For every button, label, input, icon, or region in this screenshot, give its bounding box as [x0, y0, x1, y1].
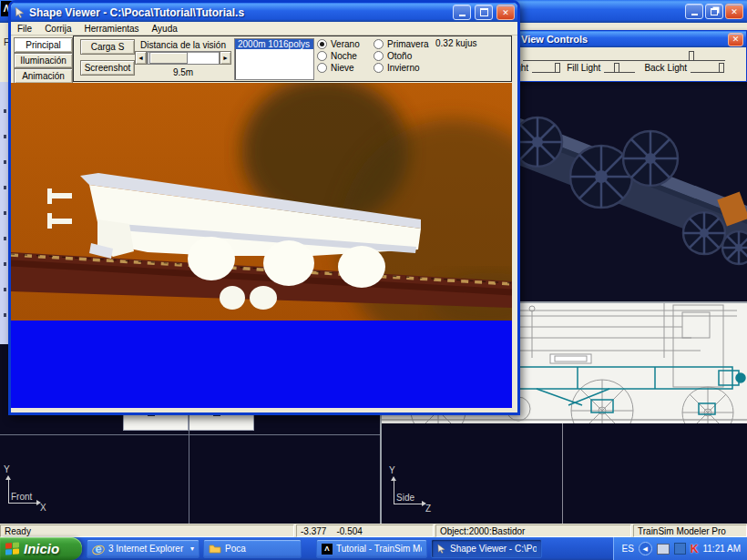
status-bar: Ready -3.377 -0.504 Object:2000:Bastidor… — [0, 524, 747, 537]
minimize-icon — [691, 14, 698, 15]
menu-ayuda[interactable]: Ayuda — [146, 24, 184, 34]
front-crosshair-horizontal — [0, 434, 380, 435]
blueprint-tick-marks — [4, 87, 6, 339]
trainsim-icon: Λ — [322, 544, 333, 555]
menu-corrija[interactable]: Corrija — [38, 24, 77, 34]
kaspersky-icon[interactable]: K — [691, 543, 699, 555]
view-angle-slider[interactable] — [523, 52, 725, 61]
front-axis-x-label: X — [40, 503, 46, 513]
radio-label: Noche — [331, 51, 357, 61]
radio-selected-icon — [317, 39, 327, 49]
view-distance-slider[interactable]: ◄ ► — [135, 52, 231, 64]
tray-display-icon[interactable] — [657, 544, 670, 555]
key-light-slider[interactable] — [532, 64, 558, 73]
tray-network-icon[interactable] — [674, 543, 686, 555]
radio-icon — [317, 63, 327, 73]
shape-viewer-icon — [436, 544, 446, 554]
system-tray: ES ◀ K 11:21 AM — [613, 537, 747, 560]
internet-explorer-icon: e — [92, 543, 105, 555]
radio-icon — [374, 39, 384, 49]
radio-nieve[interactable]: Nieve — [317, 62, 374, 74]
tab-iluminacion[interactable]: Iluminación — [14, 53, 73, 68]
close-icon: ✕ — [731, 7, 738, 16]
shape-viewer-menubar: File Corrija Herramientas Ayuda — [11, 22, 517, 36]
view-controls-close-button[interactable]: ✕ — [728, 33, 743, 46]
clock[interactable]: 11:21 AM — [702, 544, 741, 554]
slider-track[interactable] — [147, 51, 220, 65]
fill-light-label: Fill Light — [567, 63, 600, 73]
screenshot-button[interactable]: Screenshot — [80, 60, 135, 76]
back-light-slider[interactable] — [691, 64, 721, 73]
side-axis-z-label: Z — [425, 504, 431, 514]
taskbar-button-label: Tutorial - TrainSim Mo... — [336, 544, 422, 554]
distance-label: Distancia de la visión — [133, 40, 233, 50]
taskbar-button-label: Poca — [225, 544, 296, 554]
radio-icon — [317, 51, 327, 61]
window-title: Shape Viewer - C:\Poca\Tutorial\Tutorial… — [29, 6, 449, 19]
shape-viewer-toolbar: Principal Iluminación Animación Carga S … — [11, 36, 517, 83]
lod-list-item[interactable]: 2000m 1016polys — [235, 39, 313, 49]
front-axis-indicator: Y Front X — [2, 464, 49, 521]
menu-herramientas[interactable]: Herramientas — [78, 24, 146, 34]
sv-close-button[interactable]: ✕ — [496, 5, 515, 20]
menu-file[interactable]: File — [11, 24, 38, 34]
desktop: Λ ✕ F — [0, 0, 747, 560]
bg-close-button[interactable]: ✕ — [725, 4, 743, 19]
close-icon: ✕ — [502, 8, 509, 17]
distance-value: 9.5m — [135, 67, 231, 77]
taskbar-button-shape-viewer[interactable]: Shape Viewer - C:\Po... — [431, 539, 542, 558]
radio-label: Invierno — [387, 63, 420, 73]
restore-icon — [711, 8, 718, 15]
radio-verano[interactable]: Verano — [317, 38, 374, 50]
radio-invierno[interactable]: Invierno — [374, 62, 445, 74]
hide-icons-chevron-icon[interactable]: ◀ — [639, 542, 652, 555]
shape-viewer-app-icon — [14, 6, 26, 18]
slider-left-arrow[interactable]: ◄ — [135, 51, 147, 65]
taskbar-button-label: 3 Internet Explorer — [108, 544, 187, 554]
sv-maximize-button[interactable] — [475, 5, 493, 20]
shape-viewer-titlebar[interactable]: Shape Viewer - C:\Poca\Tutorial\Tutorial… — [11, 3, 517, 22]
radio-icon — [374, 63, 384, 73]
minimize-icon — [459, 15, 466, 16]
slider-thumb[interactable] — [149, 52, 188, 64]
taskbar-button-internet-explorer[interactable]: e 3 Internet Explorer ▾ — [87, 539, 200, 558]
view-controls-title: View Controls — [521, 34, 728, 45]
group-dropdown-icon[interactable]: ▾ — [190, 545, 194, 553]
status-coordinates: -3.377 -0.504 — [296, 524, 434, 537]
fill-light-slider[interactable] — [604, 64, 635, 73]
taskbar-button-label: Shape Viewer - C:\Po... — [450, 544, 537, 554]
taskbar-button-tutorial-trainsim[interactable]: Λ Tutorial - TrainSim Mo... — [316, 539, 427, 558]
taskbar-button-poca[interactable]: Poca — [203, 539, 302, 558]
sv-minimize-button[interactable] — [453, 5, 471, 20]
status-selected-object: Object:2000:Bastidor — [435, 524, 631, 537]
language-indicator[interactable]: ES — [621, 544, 633, 554]
bg-minimize-button[interactable] — [685, 4, 703, 19]
carga-s-button[interactable]: Carga S — [80, 39, 135, 55]
status-app-name: TrainSim Modeler Pro — [633, 524, 747, 537]
side-view-label: Side — [396, 493, 414, 503]
lod-listbox[interactable]: 2000m 1016polys — [234, 38, 314, 80]
maximize-icon — [480, 8, 488, 16]
view-controls-dialog: View Controls ✕ n ight Fill Light Back L… — [510, 30, 747, 82]
radio-primavera[interactable]: Primavera — [374, 38, 445, 50]
radio-otono[interactable]: Otoño — [374, 50, 445, 62]
tab-principal[interactable]: Principal — [14, 37, 73, 53]
start-button-label: Inicio — [24, 541, 59, 556]
bg-restore-button[interactable] — [705, 4, 723, 19]
status-ready: Ready — [0, 524, 294, 537]
view-controls-titlebar[interactable]: View Controls ✕ — [511, 31, 746, 47]
side-crosshair-vertical — [562, 423, 563, 524]
shape-viewer-render[interactable] — [11, 83, 512, 408]
season-radio-group: Verano Primavera Noche Otoño Nieve Invie… — [317, 38, 445, 74]
shape-viewer-window: Shape Viewer - C:\Poca\Tutorial\Tutorial… — [8, 0, 520, 415]
start-button[interactable]: Inicio — [0, 537, 82, 560]
radio-icon — [374, 51, 384, 61]
radio-noche[interactable]: Noche — [317, 50, 374, 62]
front-crosshair-vertical — [189, 399, 189, 524]
folder-icon — [209, 544, 221, 554]
tab-animacion[interactable]: Animación — [14, 68, 73, 84]
taskbar: Inicio e 3 Internet Explorer ▾ Poca Λ Tu… — [0, 537, 747, 560]
slider-right-arrow[interactable]: ► — [220, 51, 231, 65]
side-axis-indicator: Y Side Z — [387, 465, 435, 522]
radio-label: Otoño — [387, 51, 412, 61]
